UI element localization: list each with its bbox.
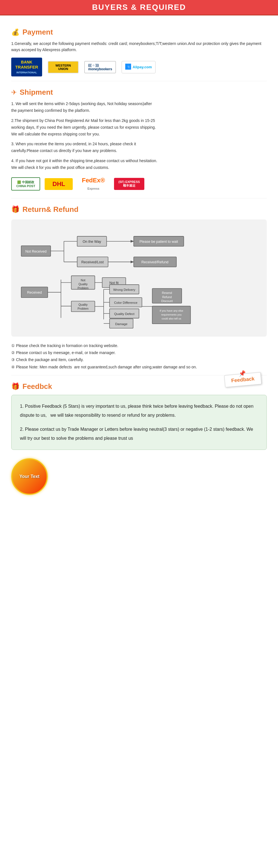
alipay-logo-text: Alipay.com — [133, 65, 152, 69]
svg-text:Received/Refund: Received/Refund — [141, 260, 169, 264]
feedback-icon: 🎁 — [11, 382, 20, 390]
svg-text:Not Received: Not Received — [25, 249, 47, 253]
alipay-logo: 🅰 Alipay.com — [121, 61, 155, 73]
svg-text:Quality: Quality — [78, 282, 88, 285]
payment-section-title: 💰 Payment — [11, 28, 267, 36]
svg-text:Received: Received — [27, 290, 41, 294]
bank-transfer-logo: BANKTRANSFERINTERNATIONAL — [11, 58, 42, 77]
western-union-logo: WESTERNUNION — [48, 61, 79, 73]
feedback-box: 1. Positive Feedback (5 Stars) is very i… — [11, 395, 267, 450]
divider-1 — [11, 81, 267, 81]
refund-section-title: 🎁 Return& Refund — [11, 205, 267, 214]
gift-icon: 🎁 — [11, 206, 20, 213]
refund-note-4: ④ Please Note: Men made defects are not … — [11, 364, 267, 371]
plane-icon: ✈ — [11, 89, 17, 96]
fedex-logo: FedEx®Express — [77, 175, 109, 194]
flowchart-container: Not Received On the Way Please be patien… — [11, 219, 267, 337]
svg-text:Problem: Problem — [77, 307, 89, 310]
shipment-title: Shipment — [20, 88, 53, 97]
dhl-logo: DHL — [45, 178, 73, 190]
svg-text:Quality: Quality — [78, 303, 88, 306]
svg-text:On the Way: On the Way — [82, 240, 101, 243]
svg-text:Resend: Resend — [162, 291, 172, 294]
refund-title: Return& Refund — [23, 205, 78, 214]
page-title: BUYERS & REQUIRED — [0, 3, 278, 12]
svg-text:Damage: Damage — [115, 322, 128, 326]
your-text-banner: Your Text — [11, 458, 48, 495]
sf-text: (SF) EXPRESS顺丰速运 — [118, 180, 140, 187]
money-logo-text: ((( ○ )))moneybookers — [88, 63, 112, 71]
ship-logos: 🟩 中国邮政CHINA POST DHL FedEx®Express (SF) … — [11, 175, 267, 194]
sf-logo: (SF) EXPRESS顺丰速运 — [114, 178, 144, 190]
refund-note-3: ③ Check the package and Item, carefully. — [11, 356, 267, 363]
flowchart-svg: Not Received On the Way Please be patien… — [18, 225, 260, 331]
payment-logos: BANKTRANSFERINTERNATIONAL WESTERNUNION (… — [11, 58, 267, 77]
moneybookers-logo: ((( ○ )))moneybookers — [84, 61, 116, 73]
svg-text:Please be patient to wait: Please be patient to wait — [140, 240, 178, 243]
bank-logo-text: BANKTRANSFERINTERNATIONAL — [15, 60, 38, 74]
ship-text-4: 4. If you have not got it within the shi… — [11, 158, 157, 171]
refund-notes: ① Please check the tracking in formation… — [11, 342, 267, 371]
shipment-section-title: ✈ Shipment — [11, 88, 267, 97]
ship-text-3: 3. When you receive the items you ordere… — [11, 141, 157, 154]
feedback-text-1: 1. Positive Feedback (5 Stars) is very i… — [20, 402, 258, 420]
refund-note-1: ① Please check the tracking in formation… — [11, 342, 267, 349]
ship-text-1: 1. We will sent the items within 2-5days… — [11, 101, 157, 114]
svg-text:Discount: Discount — [161, 299, 173, 302]
feedback-section: 🎁 Feedbck Feedback 1. Positive Feedback … — [11, 382, 267, 495]
banner-text: Your Text — [20, 474, 39, 479]
western-logo-text: WESTERNUNION — [56, 64, 71, 70]
page-header: BUYERS & REQUIRED — [0, 0, 278, 16]
feedback-card-label: Feedback — [231, 376, 255, 383]
svg-text:requirements you: requirements you — [161, 313, 182, 316]
svg-text:Color Difference: Color Difference — [114, 301, 137, 304]
dhl-text: DHL — [53, 180, 65, 187]
svg-text:Received/Lost: Received/Lost — [81, 260, 104, 264]
svg-text:could also tell us: could also tell us — [162, 317, 181, 320]
fedex-text: FedEx®Express — [82, 177, 105, 191]
shipment-section: 1. We will sent the items within 2-5days… — [11, 101, 267, 193]
svg-text:Not fit: Not fit — [109, 281, 118, 285]
svg-text:Wrong Delivery: Wrong Delivery — [113, 288, 135, 291]
divider-2 — [11, 198, 267, 198]
feedback-text-2: 2. Please contact us by Trade Manager or… — [20, 425, 258, 443]
main-content: 💰 Payment 1.Generally, we accept the fol… — [0, 16, 278, 500]
money-bag-icon: 💰 — [11, 28, 20, 36]
svg-text:Not: Not — [81, 279, 85, 282]
svg-text:If you have any else: If you have any else — [160, 309, 183, 312]
payment-title: Payment — [23, 28, 53, 36]
alipay-logo-icon: 🅰 — [125, 64, 131, 70]
payment-description: 1.Generally, we accept the following pay… — [11, 40, 267, 53]
svg-text:Quality Defect: Quality Defect — [114, 312, 135, 315]
chinapost-logo: 🟩 中国邮政CHINA POST — [11, 177, 40, 190]
svg-text:Refund: Refund — [162, 296, 172, 299]
feedback-title: Feedbck — [23, 382, 52, 391]
svg-text:Problem: Problem — [77, 286, 89, 289]
chinapost-text: 🟩 中国邮政CHINA POST — [16, 180, 35, 188]
refund-note-2: ② Please contact us by meesage, e-mail, … — [11, 349, 267, 356]
ship-text-2: 2.The shipment by China Post Registered … — [11, 118, 157, 137]
